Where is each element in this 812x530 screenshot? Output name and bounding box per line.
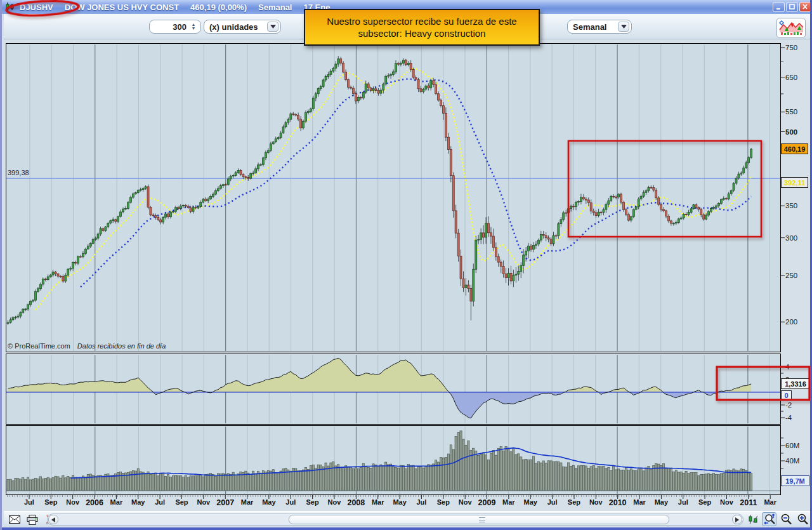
svg-text:550: 550 xyxy=(785,108,797,116)
oscillator-panel[interactable] xyxy=(6,354,781,425)
price-axis[interactable]: 75065055050035030025020042-2-460M40M xyxy=(781,39,810,511)
chevron-down-icon[interactable] xyxy=(267,22,278,32)
svg-text:40M: 40M xyxy=(785,457,799,465)
period-dropdown[interactable]: Semanal xyxy=(567,20,632,34)
oscillator-chart-canvas[interactable] xyxy=(6,354,780,424)
units-dropdown[interactable]: (x) unidades xyxy=(204,20,281,34)
bars-count-spinner[interactable]: 300 ▲▼ xyxy=(149,20,201,34)
window-border xyxy=(2,527,812,530)
instrument-label: DOW JONES US HVY CONST xyxy=(65,3,179,12)
x-axis-label: Mar xyxy=(756,498,784,506)
svg-text:300: 300 xyxy=(785,234,797,242)
svg-text:500: 500 xyxy=(785,128,797,136)
print-icon[interactable] xyxy=(25,513,39,526)
zoom-in-icon[interactable] xyxy=(795,512,809,526)
email-icon[interactable] xyxy=(8,513,22,526)
main-price-panel[interactable] xyxy=(6,43,781,352)
svg-text:60M: 60M xyxy=(785,442,799,449)
scrollbar-thumb[interactable] xyxy=(289,515,669,524)
copyright-label: © ProRealTime.com xyxy=(8,342,70,350)
watermark: © ProRealTime.com Datos recibidos en fin… xyxy=(8,342,166,350)
chart-style-button[interactable] xyxy=(776,18,806,38)
chevron-down-icon[interactable] xyxy=(618,22,629,32)
candlestick-app-icon xyxy=(5,2,15,12)
svg-text:750: 750 xyxy=(785,44,797,51)
period-label: Semanal xyxy=(258,3,292,12)
close-button[interactable] xyxy=(799,2,811,12)
bottom-toolbar xyxy=(4,511,812,527)
zoom-candles-icon[interactable] xyxy=(745,512,760,526)
volume-panel[interactable] xyxy=(6,425,781,495)
maximize-button[interactable] xyxy=(786,2,798,12)
mini-chart-icon xyxy=(778,20,804,36)
spinner-arrows-icon[interactable]: ▲▼ xyxy=(189,23,198,30)
svg-text:-2: -2 xyxy=(785,401,792,409)
protrading-window: DJUSHV DOW JONES US HVY CONST 460,19 (0,… xyxy=(0,0,812,530)
oscillator-zero-tag: 0 xyxy=(781,390,792,400)
candlestick-chart-canvas[interactable] xyxy=(6,44,780,352)
ma-value-tag: 392,11 xyxy=(781,177,808,188)
quote-label: 460,19 (0,00%) xyxy=(190,3,247,12)
svg-text:250: 250 xyxy=(785,272,797,279)
analyst-note-line1: Nuestro supersector recibe su fuerza de … xyxy=(327,15,516,27)
scroll-right-icon[interactable] xyxy=(732,515,742,524)
svg-text:4: 4 xyxy=(785,363,790,371)
svg-text:200: 200 xyxy=(785,318,797,326)
minimize-button[interactable] xyxy=(773,2,785,12)
analyst-note-line2: subsector: Heavy construction xyxy=(358,27,486,39)
svg-text:350: 350 xyxy=(785,202,797,209)
oscillator-value-tag: 1,3316 xyxy=(781,378,810,389)
volume-chart-canvas[interactable] xyxy=(6,426,780,494)
hline-price-label: 399,38 xyxy=(8,169,29,176)
bars-count-value: 300 xyxy=(150,22,189,32)
zoom-out-icon[interactable] xyxy=(778,512,793,526)
symbol-label: DJUSHV xyxy=(20,3,53,12)
volume-value-tag: 19,7M xyxy=(781,475,809,486)
units-dropdown-value: (x) unidades xyxy=(204,22,267,32)
data-note-label: Datos recibidos en fin de día xyxy=(77,342,166,350)
svg-text:650: 650 xyxy=(785,74,797,81)
scroll-left-icon[interactable] xyxy=(48,515,58,524)
zoom-pan-mode-icon[interactable] xyxy=(762,512,776,526)
horizontal-scrollbar[interactable] xyxy=(47,513,743,526)
analyst-note[interactable]: Nuestro supersector recibe su fuerza de … xyxy=(304,9,540,46)
period-dropdown-value: Semanal xyxy=(568,22,618,32)
svg-text:-4: -4 xyxy=(785,414,792,421)
last-price-tag: 460,19 xyxy=(781,143,808,154)
